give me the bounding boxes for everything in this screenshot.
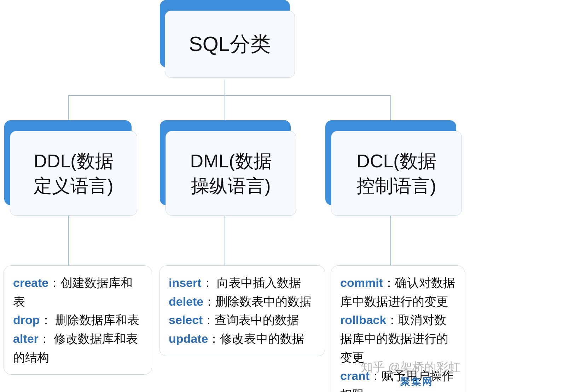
watermark-zhihu: 知乎 @架桥的彩虹 xyxy=(361,359,460,375)
leaf-item: insert： 向表中插入数据 xyxy=(169,273,316,292)
root-title: SQL分类 xyxy=(189,30,271,58)
leaf-item: update：修改表中的数据 xyxy=(169,329,316,348)
leaf-item: delete：删除数表中的数据 xyxy=(169,292,316,311)
branch-title-line2: 控制语言) xyxy=(356,173,436,198)
leaf-item: rollback：取消对数据库中的数据进行的变更 xyxy=(340,311,455,367)
branch-title-line2: 定义语言) xyxy=(34,173,113,198)
leaf-item: select：查询表中的数据 xyxy=(169,311,316,329)
branch-title-line1: DML(数据 xyxy=(190,149,272,173)
leaf-item: commit：确认对数据库中数据进行的变更 xyxy=(340,273,455,311)
branch-title-line1: DCL(数据 xyxy=(356,149,436,173)
leaf-item: alter： 修改数据库和表的结构 xyxy=(13,329,143,367)
branch-title-line2: 操纵语言) xyxy=(191,173,271,198)
leaf-item: drop： 删除数据库和表 xyxy=(13,311,143,329)
leaf-node-dml: insert： 向表中插入数据 delete：删除数表中的数据 select：查… xyxy=(159,265,325,356)
branch-title-line1: DDL(数据 xyxy=(34,149,113,173)
leaf-node-ddl: create：创建数据库和表 drop： 删除数据库和表 alter： 修改数据… xyxy=(4,265,152,375)
leaf-item: create：创建数据库和表 xyxy=(13,273,143,311)
watermark-site: 聚集网 xyxy=(400,375,433,388)
